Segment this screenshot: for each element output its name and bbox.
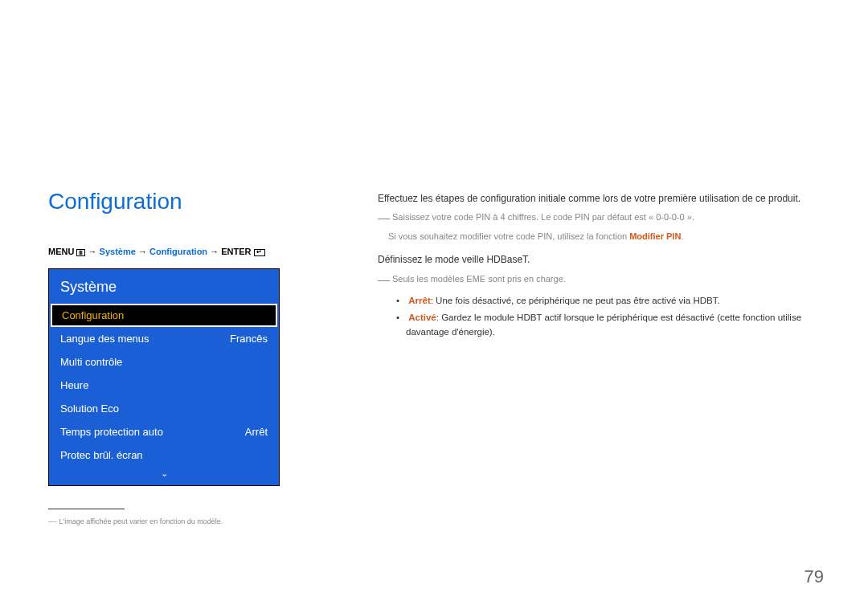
- menu-item-temps-protection[interactable]: Temps protection auto Arrêt: [49, 420, 279, 443]
- menu-item-label: Temps protection auto: [60, 426, 163, 438]
- breadcrumb: MENU Ⅲ → Système → Configuration → ENTER: [48, 247, 281, 256]
- footnote-text: L'image affichée peut varier en fonction…: [59, 517, 223, 525]
- bullet-text: : Gardez le module HDBT actif lorsque le…: [406, 313, 801, 337]
- menu-screen: Système Configuration Langue des menus F…: [48, 268, 280, 486]
- menu-item-configuration[interactable]: Configuration: [51, 304, 277, 327]
- page-title: Configuration: [48, 189, 281, 215]
- menu-item-label: Langue des menus: [60, 333, 149, 345]
- footnote: ― L'image affichée peut varier en foncti…: [48, 516, 281, 525]
- breadcrumb-config: Configuration: [149, 247, 207, 256]
- note-text: Seuls les modèles EME sont pris en charg…: [392, 274, 566, 284]
- menu-header: Système: [49, 269, 279, 304]
- breadcrumb-system: Système: [100, 247, 136, 256]
- highlight-arret: Arrêt: [408, 296, 430, 305]
- breadcrumb-enter: ENTER: [221, 247, 251, 256]
- arrow-icon: →: [138, 247, 147, 256]
- note-text-pre: Si vous souhaitez modifier votre code PI…: [388, 231, 629, 241]
- highlight-modifier-pin: Modifier PIN: [629, 231, 681, 241]
- content-body: Effectuez les étapes de configuration in…: [378, 189, 820, 525]
- menu-item-multi-controle[interactable]: Multi contrôle: [49, 350, 279, 374]
- enter-icon: [254, 249, 265, 256]
- footnote-rule: [48, 509, 125, 509]
- page-number: 79: [805, 566, 824, 587]
- menu-item-langue[interactable]: Langue des menus Francês: [49, 327, 279, 350]
- highlight-active: Activé: [408, 313, 436, 322]
- menu-item-label: Solution Eco: [60, 403, 119, 415]
- menu-item-label: Multi contrôle: [60, 356, 122, 368]
- bullet-list: Arrêt: Une fois désactivé, ce périphériq…: [378, 293, 820, 340]
- menu-item-value: Francês: [230, 333, 268, 345]
- menu-item-label: Configuration: [62, 309, 124, 321]
- bullet-text: : Une fois désactivé, ce périphérique ne…: [431, 296, 720, 305]
- dash-icon: ―: [378, 272, 390, 286]
- note-eme: ―Seuls les modèles EME sont pris en char…: [378, 270, 820, 289]
- note-pin: ―Saisissez votre code PIN à 4 chiffres. …: [378, 208, 820, 227]
- menu-item-protec-brul[interactable]: Protec brûl. écran: [49, 443, 279, 467]
- breadcrumb-menu: MENU: [48, 247, 74, 256]
- bullet-arret: Arrêt: Une fois désactivé, ce périphériq…: [378, 293, 820, 308]
- dash-icon: ―: [378, 210, 390, 224]
- arrow-icon: →: [88, 247, 97, 256]
- menu-item-label: Heure: [60, 379, 88, 391]
- dash-icon: ―: [48, 516, 57, 525]
- menu-item-heure[interactable]: Heure: [49, 374, 279, 397]
- menu-item-solution-eco[interactable]: Solution Eco: [49, 397, 279, 420]
- menu-icon: Ⅲ: [76, 249, 85, 256]
- paragraph-intro: Effectuez les étapes de configuration in…: [378, 191, 820, 206]
- menu-item-value: Arrêt: [245, 426, 268, 438]
- bullet-active: Activé: Gardez le module HDBT actif lors…: [378, 310, 820, 340]
- paragraph-hdbaset: Définissez le mode veille HDBaseT.: [378, 252, 820, 268]
- note-text-post: .: [681, 231, 683, 241]
- arrow-icon: →: [210, 247, 219, 256]
- menu-item-label: Protec brûl. écran: [60, 449, 143, 461]
- chevron-down-icon[interactable]: ⌄: [49, 467, 279, 485]
- note-pin-modify: Si vous souhaitez modifier votre code PI…: [388, 229, 820, 244]
- note-text: Saisissez votre code PIN à 4 chiffres. L…: [392, 212, 694, 222]
